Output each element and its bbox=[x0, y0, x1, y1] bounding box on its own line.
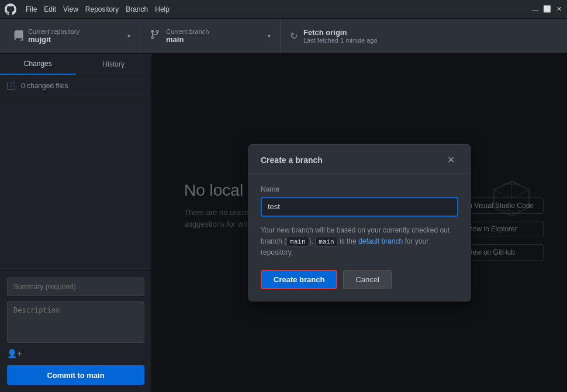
close-button[interactable]: ✕ bbox=[555, 6, 562, 13]
create-branch-dialog: Create a branch ✕ Name Your new branch w… bbox=[248, 144, 471, 302]
fetch-origin-section[interactable]: ↻ Fetch origin Last fetched 1 minute ago bbox=[281, 19, 567, 53]
dialog-header: Create a branch ✕ bbox=[249, 145, 470, 174]
menu-bar[interactable]: File Edit View Repository Branch Help bbox=[26, 5, 170, 13]
repo-name: mujgit bbox=[28, 35, 79, 44]
add-person-icon: 👤+ bbox=[7, 349, 22, 358]
branch-chevron-icon: ▾ bbox=[268, 33, 271, 39]
description-input[interactable] bbox=[7, 301, 144, 343]
commit-button[interactable]: Commit to main bbox=[7, 365, 144, 385]
main-layout: Changes History ✓ 0 changed files 👤+ Com… bbox=[0, 54, 567, 392]
cancel-button[interactable]: Cancel bbox=[343, 270, 391, 289]
branch-code-2: main bbox=[315, 237, 338, 247]
minimize-button[interactable]: — bbox=[532, 6, 539, 13]
menu-branch[interactable]: Branch bbox=[126, 5, 148, 13]
menu-file[interactable]: File bbox=[26, 5, 37, 13]
title-bar: File Edit View Repository Branch Help — … bbox=[0, 0, 567, 19]
sidebar: Changes History ✓ 0 changed files 👤+ Com… bbox=[0, 54, 152, 392]
branch-info-text: Your new branch will be based on your cu… bbox=[261, 225, 458, 259]
changed-files-count: 0 changed files bbox=[21, 82, 68, 90]
branch-label: Current branch bbox=[166, 28, 209, 35]
branch-code-1: main bbox=[286, 237, 309, 247]
tab-history[interactable]: History bbox=[76, 54, 152, 75]
repo-icon bbox=[9, 27, 28, 46]
dialog-footer: Create branch Cancel bbox=[261, 270, 458, 289]
branch-name: main bbox=[166, 35, 209, 44]
toolbar: Current repository mujgit ▾ Current bran… bbox=[0, 19, 567, 54]
checkbox-check-icon: ✓ bbox=[9, 82, 13, 89]
select-all-checkbox[interactable]: ✓ bbox=[7, 82, 15, 90]
modal-overlay: Create a branch ✕ Name Your new branch w… bbox=[152, 54, 567, 392]
content-area: No local changes There are no uncommitte… bbox=[152, 54, 567, 392]
dialog-body: Name Your new branch will be based on yo… bbox=[249, 174, 470, 301]
fetch-sublabel: Last fetched 1 minute ago bbox=[303, 37, 378, 44]
sidebar-tabs: Changes History bbox=[0, 54, 151, 75]
github-logo-icon bbox=[5, 4, 16, 15]
name-field-label: Name bbox=[261, 185, 458, 193]
window-controls[interactable]: — ⬜ ✕ bbox=[532, 6, 562, 13]
branch-name-input[interactable] bbox=[261, 197, 458, 217]
dialog-title: Create a branch bbox=[261, 155, 323, 165]
create-branch-button[interactable]: Create branch bbox=[261, 270, 337, 289]
menu-help[interactable]: Help bbox=[155, 5, 170, 13]
dialog-close-button[interactable]: ✕ bbox=[444, 154, 458, 166]
branch-icon bbox=[150, 29, 160, 43]
tab-changes[interactable]: Changes bbox=[0, 54, 76, 75]
fetch-icon: ↻ bbox=[290, 30, 298, 41]
co-author-row[interactable]: 👤+ bbox=[7, 345, 144, 362]
current-repo-section[interactable]: Current repository mujgit ▾ bbox=[0, 19, 140, 53]
title-bar-left: File Edit View Repository Branch Help bbox=[5, 4, 170, 15]
changed-files-bar: ✓ 0 changed files bbox=[0, 75, 151, 96]
repo-label: Current repository bbox=[28, 28, 79, 35]
menu-edit[interactable]: Edit bbox=[44, 5, 56, 13]
current-branch-section[interactable]: Current branch main ▾ bbox=[140, 19, 281, 53]
fetch-label: Fetch origin bbox=[303, 28, 378, 37]
menu-view[interactable]: View bbox=[63, 5, 78, 13]
maximize-button[interactable]: ⬜ bbox=[544, 6, 551, 13]
repo-chevron-icon: ▾ bbox=[127, 33, 130, 39]
commit-area: 👤+ Commit to main bbox=[0, 270, 151, 392]
default-branch-link[interactable]: default branch bbox=[358, 237, 403, 245]
summary-input[interactable] bbox=[7, 277, 144, 296]
menu-repository[interactable]: Repository bbox=[85, 5, 119, 13]
